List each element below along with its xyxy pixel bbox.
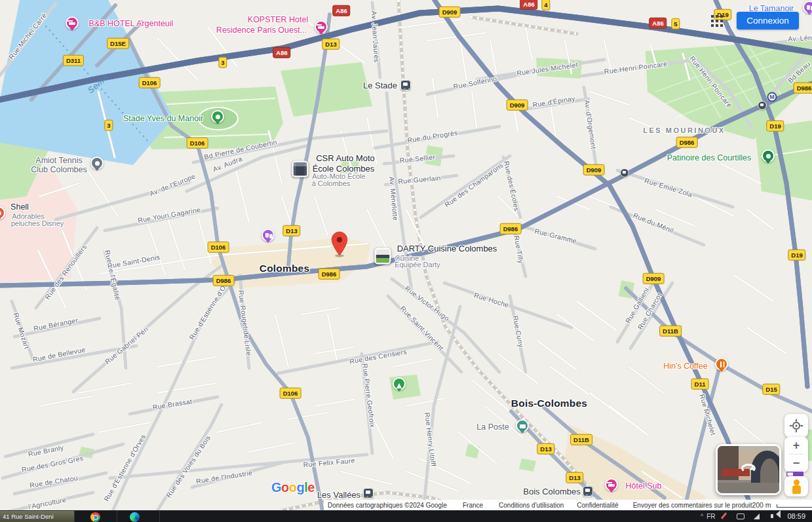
street-label: Rue Sellier	[399, 153, 436, 164]
edge-icon[interactable]	[130, 512, 140, 522]
chrome-icon[interactable]	[90, 512, 100, 522]
zoom-out-button[interactable]: −	[784, 455, 808, 472]
map-label[interactable]: Amiot Tennis	[35, 156, 82, 165]
google-logo-letter: e	[307, 480, 315, 494]
street-label: Rue Henri Poincaré	[688, 54, 733, 109]
road-shield-a86: A86	[520, 0, 537, 9]
stadium-icon[interactable]	[211, 110, 224, 123]
map-label[interactable]: KOPSTER Hotel	[248, 15, 308, 24]
rail-station-icon[interactable]	[583, 486, 593, 496]
map-label: peluches Disney	[11, 219, 64, 227]
map-label[interactable]: Patinoire des Courtilles	[667, 153, 752, 162]
map-label[interactable]: Bois Colombes	[523, 487, 580, 496]
feedback-link[interactable]: Envoyer des commentaires sur le produit	[633, 502, 752, 509]
street-label: Rue Saint-Denis	[107, 253, 161, 270]
road-shield-d13: D13	[282, 225, 300, 236]
map-label[interactable]: Stade Yves du Manoir	[123, 114, 203, 123]
region-label: France	[463, 502, 483, 509]
street-label: Rue d'Épinay	[532, 94, 576, 109]
road-shield-d13: D13	[537, 443, 554, 455]
road-shield-d311: D311	[63, 55, 84, 66]
zoom-in-button[interactable]: +	[784, 437, 808, 454]
map-label[interactable]: La Poste	[476, 422, 509, 432]
map-label[interactable]: CSR Auto Moto	[316, 153, 375, 163]
signin-button[interactable]: Connexion	[737, 12, 799, 29]
map-label[interactable]: Les Vallées	[317, 490, 360, 500]
map-label[interactable]: Colombes	[260, 263, 310, 274]
my-location-button[interactable]	[784, 414, 808, 438]
post-office-icon[interactable]	[516, 419, 529, 432]
road-shield-d986: D986	[213, 275, 235, 286]
pegman-button[interactable]	[784, 476, 808, 496]
road-shield-d986: D986	[676, 137, 698, 148]
road-shield-d13: D13	[322, 39, 339, 50]
terms-link[interactable]: Conditions d'utilisation	[499, 502, 564, 509]
map-data-notice: Données cartographiques ©2024 Google	[328, 502, 447, 509]
volume-icon[interactable]	[771, 512, 779, 520]
restaurant-hins-icon[interactable]	[715, 358, 728, 371]
rail-station-icon[interactable]	[363, 488, 374, 498]
road-shield-d19: D19	[766, 121, 784, 132]
map-label[interactable]: Hin's Coffee	[663, 362, 707, 371]
map-label[interactable]: Residence Paris Ouest...	[216, 26, 307, 35]
scale-bar-line	[777, 504, 812, 508]
google-apps-grid-icon[interactable]	[711, 15, 724, 28]
map-label[interactable]: Hôtel Sub	[626, 481, 662, 491]
tennis-club-icon[interactable]	[90, 157, 104, 170]
photo-darty-icon[interactable]	[375, 248, 391, 265]
sv-road	[718, 483, 779, 493]
map-label: Équipée Darty	[395, 261, 440, 269]
street-label: Rue de l'Égalité	[104, 250, 122, 301]
map-label[interactable]: Shell	[10, 202, 29, 212]
street-label: Rue Gabriel Péri	[104, 325, 150, 365]
rail-station-icon[interactable]	[400, 80, 411, 90]
hidden-icons-chevron[interactable]: ^	[701, 513, 703, 519]
rail-station-icon[interactable]	[758, 101, 767, 110]
touch-keyboard-icon[interactable]	[737, 512, 744, 520]
road-shield-d11b: D11B	[659, 326, 682, 337]
road-shield-a86: A86	[332, 5, 350, 16]
shell-station-icon[interactable]	[0, 206, 5, 219]
taskbar-divider	[159, 511, 160, 522]
taskbar: 41 Rue Saint-Deni	[0, 510, 812, 522]
road-shield-3: 3	[218, 57, 227, 68]
street-label: Rue du Ménil	[632, 211, 674, 234]
park-tree-icon[interactable]	[393, 377, 406, 390]
road-shield-d909: D909	[507, 100, 528, 111]
map-label[interactable]: Club Colombes	[31, 165, 87, 174]
street-label: Rue de Bellevue	[32, 345, 86, 363]
road-shield-d11: D11	[691, 379, 709, 390]
hotel-kopster-icon[interactable]	[315, 20, 328, 33]
network-icon[interactable]	[754, 512, 762, 520]
street-label: Rue Tilly	[512, 235, 525, 264]
map-label[interactable]: Le Stade	[363, 81, 397, 90]
street-label: Rue du Progrès	[407, 128, 459, 144]
map-viewport[interactable]: Rue Michel CarréBd Pierre de CoubertinAv…	[0, 0, 812, 511]
patinoire-icon[interactable]	[762, 149, 775, 162]
pen-tray-icon[interactable]	[720, 512, 727, 520]
road-shield-d106: D106	[280, 388, 301, 399]
photo-csr-icon[interactable]	[292, 161, 309, 177]
scale-control[interactable]: 200 m	[752, 501, 812, 509]
theatre-colombes-icon[interactable]	[261, 229, 275, 242]
privacy-link[interactable]: Confidentialité	[577, 502, 618, 509]
street-view-thumbnail[interactable]	[716, 444, 781, 495]
map-pin[interactable]	[331, 231, 348, 257]
street-label: Rue Cuny	[511, 315, 525, 348]
hotel-bnb-icon[interactable]	[66, 16, 79, 29]
rail-station-icon[interactable]	[620, 168, 629, 177]
street-label: Rue Brassat	[152, 397, 193, 411]
hotel-sub-icon[interactable]	[605, 478, 618, 491]
street-label: Rue Béranger	[33, 316, 79, 333]
clock[interactable]: 08:59	[787, 512, 805, 520]
metro-station-icon[interactable]: M	[767, 92, 777, 102]
map-label[interactable]: DARTY Cuisine Colombes	[397, 244, 497, 253]
theatre-tamanoir-icon[interactable]	[803, 1, 812, 14]
taskbar-window-title[interactable]: 41 Rue Saint-Deni	[0, 511, 74, 522]
map-label[interactable]: Bois-Colombes	[511, 398, 587, 409]
street-label: Bd Beau	[786, 60, 812, 84]
language-indicator[interactable]: FR	[706, 513, 715, 520]
map-label[interactable]: B&B HOTEL Argenteuil	[89, 19, 174, 28]
google-logo[interactable]: Google	[271, 480, 315, 495]
road-shield-d986: D986	[500, 223, 522, 234]
